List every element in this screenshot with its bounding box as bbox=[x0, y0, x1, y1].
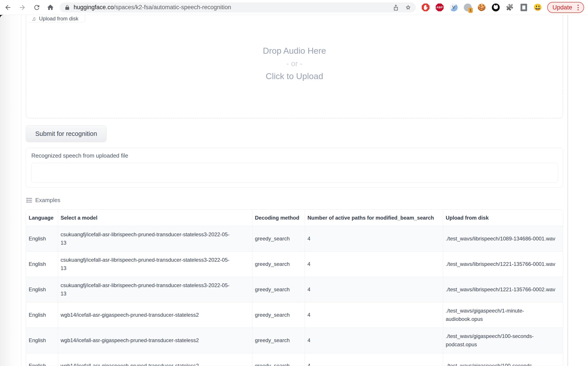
output-textbox[interactable] bbox=[31, 163, 558, 183]
dropzone-subtitle: Click to Upload bbox=[266, 71, 323, 81]
cell-model: csukuangfj/icefall-asr-librispeech-prune… bbox=[58, 251, 252, 277]
bookmark-star-icon[interactable] bbox=[405, 4, 411, 11]
col-header-paths: Number of active paths for modified_beam… bbox=[305, 210, 443, 226]
cell-paths: 4 bbox=[305, 226, 443, 251]
browser-window: huggingface.co/spaces/k2-fsa/automatic-s… bbox=[0, 0, 588, 366]
notifier-extension-icon[interactable]: 1 bbox=[464, 3, 472, 12]
url-bar[interactable]: huggingface.co/spaces/k2-fsa/automatic-s… bbox=[60, 2, 416, 13]
example-row[interactable]: English csukuangfj/icefall-asr-librispee… bbox=[26, 226, 563, 251]
tab-upload-from-disk[interactable]: ♫ Upload from disk bbox=[28, 15, 85, 23]
smiley-emoji: 😃 bbox=[534, 4, 542, 11]
github-extension-icon[interactable] bbox=[492, 3, 500, 12]
cookie-emoji: 🍪 bbox=[477, 4, 486, 11]
cell-language: English bbox=[26, 328, 58, 353]
reload-button[interactable] bbox=[31, 1, 43, 14]
cell-language: English bbox=[26, 353, 58, 366]
col-header-upload: Upload from disk bbox=[443, 210, 563, 226]
lock-icon bbox=[64, 5, 70, 10]
reload-icon bbox=[33, 4, 40, 11]
octocat-icon bbox=[492, 3, 500, 11]
cell-model: wgb14/icefall-asr-gigaspeech-pruned-tran… bbox=[58, 302, 252, 328]
example-row[interactable]: English csukuangfj/icefall-asr-librispee… bbox=[26, 277, 563, 302]
cell-language: English bbox=[26, 226, 58, 251]
smiley-extension-icon[interactable]: 😃 bbox=[534, 3, 542, 12]
music-notes-icon: ♫ bbox=[32, 16, 36, 22]
kebab-menu-icon[interactable]: ⋮ bbox=[575, 4, 581, 11]
extensions-puzzle-icon[interactable]: 🧩 bbox=[506, 3, 514, 12]
left-gutter bbox=[0, 15, 21, 366]
cell-paths: 4 bbox=[305, 302, 443, 328]
url-text: huggingface.co/spaces/k2-fsa/automatic-s… bbox=[74, 4, 231, 11]
cell-language: English bbox=[26, 302, 58, 328]
cell-decoding: greedy_search bbox=[252, 226, 305, 251]
chrome-update-button[interactable]: Update ⋮ bbox=[547, 2, 584, 13]
submit-for-recognition-button[interactable]: Submit for recognition bbox=[26, 125, 106, 142]
example-row[interactable]: English wgb14/icefall-asr-gigaspeech-pru… bbox=[26, 302, 563, 328]
adblock-plus-icon[interactable]: ABP bbox=[436, 3, 444, 12]
examples-label: Examples bbox=[35, 197, 60, 204]
cell-decoding: greedy_search bbox=[252, 302, 305, 328]
cell-paths: 4 bbox=[305, 353, 443, 366]
browser-toolbar: huggingface.co/spaces/k2-fsa/automatic-s… bbox=[0, 0, 588, 15]
update-label: Update bbox=[552, 4, 572, 11]
reader-box-icon[interactable] bbox=[520, 3, 528, 12]
list-icon bbox=[26, 197, 32, 203]
back-arrow-icon bbox=[4, 4, 12, 11]
extension-icons: ✋ ABP V 1 🍪 🧩 bbox=[422, 3, 542, 12]
cell-paths: 4 bbox=[305, 328, 443, 353]
dropzone-or: - or - bbox=[286, 59, 302, 68]
output-label: Recognized speech from uploaded file bbox=[31, 152, 128, 159]
dropzone-title: Drop Audio Here bbox=[263, 46, 326, 56]
table-header-row: Language Select a model Decoding method … bbox=[26, 210, 563, 226]
page-scrollbar-track[interactable] bbox=[567, 15, 568, 366]
cell-language: English bbox=[26, 277, 58, 302]
url-path: /spaces/k2-fsa/automatic-speech-recognit… bbox=[114, 4, 231, 10]
box-glyph bbox=[520, 4, 527, 11]
cell-upload: ./test_wavs/librispeech/1089-134686-0001… bbox=[443, 226, 563, 251]
cell-decoding: greedy_search bbox=[252, 251, 305, 277]
cell-upload: ./test_wavs/librispeech/1221-135766-0002… bbox=[443, 277, 563, 302]
cell-paths: 4 bbox=[305, 251, 443, 277]
cell-model: csukuangfj/icefall-asr-librispeech-prune… bbox=[58, 277, 252, 302]
vimium-letter: V bbox=[450, 3, 458, 11]
gradio-app: Drop Audio Here - or - Click to Upload ♫… bbox=[26, 15, 563, 366]
hand-glyph: ✋ bbox=[422, 5, 429, 10]
examples-header: Examples bbox=[26, 197, 60, 204]
forward-arrow-icon bbox=[19, 4, 26, 11]
cell-decoding: greedy_search bbox=[252, 328, 305, 353]
puzzle-emoji: 🧩 bbox=[506, 4, 514, 10]
cell-upload: ./test_wavs/gigaspeech/100-seconds- podc… bbox=[443, 328, 563, 353]
home-button[interactable] bbox=[44, 1, 57, 14]
url-host: huggingface.co bbox=[74, 4, 114, 10]
cell-upload: ./test_wavs/gigaspeech/1-minute- audiobo… bbox=[443, 302, 563, 328]
audio-dropzone[interactable]: Drop Audio Here - or - Click to Upload bbox=[26, 15, 563, 118]
cell-upload: ./test_wavs/librispeech/1221-135766-0001… bbox=[443, 251, 563, 277]
back-button[interactable] bbox=[2, 1, 14, 14]
cell-upload: ./test_wavs/gigaspeech/100-seconds- bbox=[443, 353, 563, 366]
example-row[interactable]: English wgb14/icefall-asr-gigaspeech-pru… bbox=[26, 353, 563, 366]
forward-button[interactable] bbox=[16, 1, 29, 14]
abp-label: ABP bbox=[436, 3, 444, 11]
tab-label: Upload from disk bbox=[39, 15, 78, 22]
cell-language: English bbox=[26, 251, 58, 277]
col-header-decoding: Decoding method bbox=[252, 210, 305, 226]
cell-decoding: greedy_search bbox=[252, 353, 305, 366]
home-icon bbox=[47, 4, 54, 11]
col-header-model: Select a model bbox=[58, 210, 252, 226]
example-row[interactable]: English wgb14/icefall-asr-gigaspeech-pru… bbox=[26, 328, 563, 353]
adblock-icon[interactable]: ✋ bbox=[422, 3, 430, 12]
cell-paths: 4 bbox=[305, 277, 443, 302]
cell-model: wgb14/icefall-asr-gigaspeech-pruned-tran… bbox=[58, 328, 252, 353]
cookie-extension-icon[interactable]: 🍪 bbox=[478, 3, 486, 12]
vimium-icon[interactable]: V bbox=[450, 3, 458, 12]
share-icon[interactable] bbox=[392, 4, 399, 11]
cell-model: wgb14/icefall-asr-gigaspeech-pruned-tran… bbox=[58, 353, 252, 366]
example-row[interactable]: English csukuangfj/icefall-asr-librispee… bbox=[26, 251, 563, 277]
notification-badge: 1 bbox=[468, 8, 473, 13]
col-header-language: Language bbox=[26, 210, 58, 226]
cell-model: csukuangfj/icefall-asr-librispeech-prune… bbox=[58, 226, 252, 251]
window-corner-notch bbox=[0, 15, 4, 19]
cell-decoding: greedy_search bbox=[252, 277, 305, 302]
examples-table: Language Select a model Decoding method … bbox=[26, 210, 563, 366]
output-group: Recognized speech from uploaded file bbox=[26, 148, 563, 188]
